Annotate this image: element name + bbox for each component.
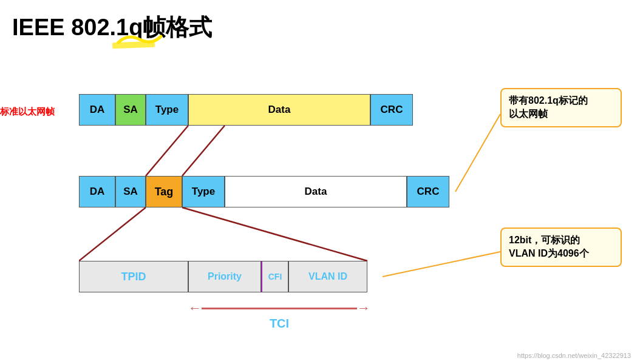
tci-arrow-right-icon: → (357, 302, 370, 315)
svg-line-1 (182, 126, 225, 176)
svg-line-5 (383, 252, 500, 277)
cell-sa1: SA (115, 94, 146, 126)
svg-line-0 (146, 126, 188, 176)
row2-frame: DA SA Tag Type Data CRC (79, 176, 449, 207)
cell-tag: Tag (146, 176, 182, 207)
callout-vlan-id: 12bit，可标识的 VLAN ID为4096个 (500, 228, 622, 267)
cell-data1: Data (188, 94, 370, 126)
page: IEEE 802.1q帧格式 标准以太网帧 DA SA Type Data CR… (0, 0, 640, 364)
svg-line-3 (182, 207, 367, 261)
cell-tpid: TPID (79, 261, 188, 292)
std-frame-label: 标准以太网帧 (0, 106, 55, 118)
highlight-arrow-icon (115, 30, 164, 49)
svg-line-4 (455, 114, 500, 192)
tci-arrow-left-icon: ← (188, 302, 202, 315)
svg-line-2 (79, 207, 146, 261)
cell-crc2: CRC (407, 176, 449, 207)
tci-label: TCI (188, 317, 370, 331)
cell-data2: Data (225, 176, 407, 207)
row3-tag-breakdown: TPID Priority CFI VLAN ID (79, 261, 367, 292)
callout-tagged-frame: 带有802.1q标记的 以太网帧 (500, 88, 622, 127)
cell-crc1: CRC (370, 94, 413, 126)
cell-cfi: CFI (261, 261, 288, 292)
cell-sa2: SA (115, 176, 146, 207)
tci-line (202, 308, 357, 309)
tci-bracket: ← → TCI (188, 302, 370, 331)
cell-vlanid: VLAN ID (288, 261, 367, 292)
row1-frame: DA SA Type Data CRC (79, 94, 413, 126)
cell-type1: Type (146, 94, 188, 126)
watermark: https://blog.csdn.net/weixin_42322913 (517, 352, 631, 359)
cell-priority: Priority (188, 261, 261, 292)
cell-type2: Type (182, 176, 225, 207)
page-title: IEEE 802.1q帧格式 (12, 12, 212, 43)
cell-da2: DA (79, 176, 115, 207)
cell-da1: DA (79, 94, 115, 126)
title-container: IEEE 802.1q帧格式 (12, 12, 212, 49)
